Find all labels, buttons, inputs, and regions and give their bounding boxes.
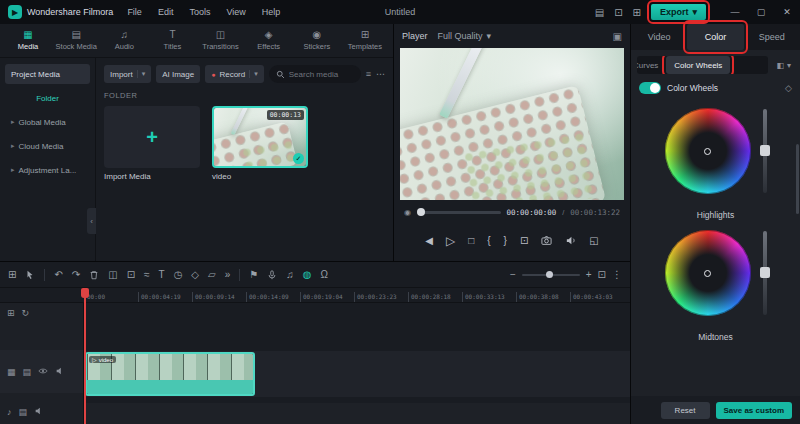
seek-knob[interactable] [417, 208, 425, 216]
ai-image-button[interactable]: AI Image [156, 65, 200, 83]
import-button[interactable]: Import ▾ [104, 65, 151, 83]
mute-icon[interactable] [55, 366, 65, 378]
mark-out-icon[interactable]: } [504, 235, 507, 246]
tab-speed[interactable]: Speed [744, 24, 800, 50]
zoom-in-icon[interactable]: + [586, 269, 592, 280]
import-media-dropzone[interactable]: + [104, 106, 200, 168]
segment-curves[interactable]: Curves [637, 56, 666, 74]
tab-stickers[interactable]: ◉ Stickers [293, 30, 341, 51]
undo-icon[interactable]: ↶ [54, 269, 62, 280]
tab-stock-media[interactable]: ▤ Stock Media [52, 30, 100, 51]
midtones-luminance-slider[interactable] [763, 231, 767, 315]
plugin-icon[interactable]: ⊞ [633, 7, 641, 18]
select-tool-icon[interactable] [25, 270, 35, 280]
previous-frame-icon[interactable]: ◀ [425, 235, 433, 246]
slider-knob[interactable] [760, 267, 770, 278]
mute-icon[interactable] [34, 406, 44, 418]
export-dropdown-icon[interactable]: ▾ [692, 7, 697, 17]
timeline-tracks[interactable]: ▷ video [84, 303, 630, 424]
more-options-icon[interactable]: ⋯ [376, 69, 385, 79]
redo-icon[interactable]: ↷ [72, 269, 80, 280]
layout-icon[interactable]: ▤ [595, 7, 604, 18]
screen-record-icon[interactable]: ⊡ [614, 7, 622, 18]
highlights-color-wheel[interactable] [665, 108, 751, 194]
audio-mixer-icon[interactable]: ♫ [286, 269, 294, 280]
add-track-icon[interactable]: ⊞ [7, 308, 15, 318]
fit-timeline-icon[interactable]: ⊡ [598, 269, 606, 280]
fullscreen-icon[interactable]: ◱ [589, 235, 598, 246]
voiceover-mic-icon[interactable] [267, 270, 277, 280]
sidebar-item-adjustment-layer[interactable]: ▸ Adjustment La... [5, 160, 90, 180]
tab-color[interactable]: Color [687, 24, 743, 50]
zoom-slider-knob[interactable] [546, 271, 553, 278]
mark-in-icon[interactable]: { [487, 235, 490, 246]
segment-color-wheels[interactable]: Color Wheels [666, 56, 730, 74]
color-wheels-toggle[interactable] [639, 82, 661, 94]
folder-icon[interactable]: ▤ [19, 407, 28, 417]
save-as-custom-button[interactable]: Save as custom [716, 402, 792, 419]
timeline-menu-icon[interactable]: ⋮ [612, 269, 622, 280]
keyframe-diamond-icon[interactable]: ◇ [785, 83, 792, 93]
video-clip-tile[interactable]: 00:00:13 ✓ video [212, 106, 308, 181]
slider-knob[interactable] [760, 145, 770, 156]
menu-help[interactable]: Help [262, 7, 281, 17]
filter-icon[interactable]: ≡ [366, 69, 371, 79]
audio-track-lane[interactable] [84, 403, 630, 424]
compare-view-button[interactable]: ◧ ▾ [773, 56, 794, 74]
sidebar-item-cloud-media[interactable]: ▸ Cloud Media [5, 136, 90, 156]
quality-dropdown[interactable]: Full Quality ▾ [438, 31, 492, 41]
record-button[interactable]: ● Record ▾ [205, 65, 264, 83]
export-button[interactable]: Export ▾ [651, 4, 706, 20]
tab-audio[interactable]: ♫ Audio [100, 30, 148, 51]
import-media-tile[interactable]: + Import Media [104, 106, 200, 181]
video-thumbnail[interactable]: 00:00:13 ✓ [212, 106, 308, 168]
search-box[interactable] [269, 65, 361, 83]
delete-icon[interactable] [89, 270, 99, 280]
wheel-crosshair[interactable] [704, 270, 711, 277]
timeline-ruler[interactable]: 00:00 00:00:04:19 00:00:09:14 00:00:14:0… [0, 288, 630, 303]
snapshot-camera-icon[interactable] [541, 235, 552, 246]
refresh-icon[interactable]: ↻ [22, 308, 30, 318]
preview-display-icon[interactable]: ▣ [613, 31, 622, 42]
tab-media[interactable]: ▦ Media [4, 30, 52, 51]
split-icon[interactable]: ◫ [108, 269, 117, 280]
menu-edit[interactable]: Edit [158, 7, 174, 17]
eye-icon[interactable] [38, 366, 48, 378]
maximize-button[interactable]: ▢ [748, 0, 774, 24]
close-button[interactable]: ✕ [774, 0, 800, 24]
video-preview[interactable] [400, 48, 624, 200]
highlights-luminance-slider[interactable] [763, 109, 767, 193]
crop-tool-icon[interactable]: ⊡ [127, 269, 135, 280]
panel-scrollbar[interactable] [796, 144, 799, 214]
tab-effects[interactable]: ◈ Effects [245, 30, 293, 51]
text-tool-icon[interactable]: T [159, 269, 165, 280]
wheel-crosshair[interactable] [704, 148, 711, 155]
minimize-button[interactable]: — [722, 0, 748, 24]
play-icon[interactable]: ▷ [446, 234, 455, 248]
tab-titles[interactable]: T Titles [148, 30, 196, 51]
reset-button[interactable]: Reset [661, 402, 710, 419]
crop-icon[interactable]: ⊡ [520, 235, 528, 246]
timer-icon[interactable]: ◷ [174, 269, 183, 280]
green-screen-icon[interactable]: ◍ [303, 269, 312, 280]
folder-icon[interactable]: ▤ [23, 367, 32, 377]
menu-file[interactable]: File [127, 7, 142, 17]
menu-view[interactable]: View [226, 7, 245, 17]
zoom-slider[interactable] [522, 274, 580, 276]
zoom-out-icon[interactable]: − [510, 269, 516, 280]
video-track-header[interactable]: ▦ ▤ [0, 350, 83, 394]
keyframe-icon[interactable]: ◇ [191, 269, 199, 280]
tab-transitions[interactable]: ◫ Transitions [197, 30, 245, 51]
record-dropdown-icon[interactable]: ▾ [249, 70, 258, 78]
sidebar-collapse-button[interactable]: ‹ [87, 208, 96, 234]
marker-icon[interactable]: ⚑ [249, 269, 258, 280]
stop-icon[interactable]: □ [468, 235, 474, 246]
volume-icon[interactable] [565, 235, 576, 246]
manage-tracks-icon[interactable]: ⊞ [8, 269, 16, 280]
snap-icon[interactable]: Ω [321, 269, 328, 280]
tab-video[interactable]: Video [631, 24, 687, 50]
sidebar-item-project-media[interactable]: Project Media [5, 64, 90, 84]
sidebar-item-global-media[interactable]: ▸ Global Media [5, 112, 90, 132]
menu-tools[interactable]: Tools [189, 7, 210, 17]
timeline-clip[interactable]: ▷ video [85, 352, 255, 396]
